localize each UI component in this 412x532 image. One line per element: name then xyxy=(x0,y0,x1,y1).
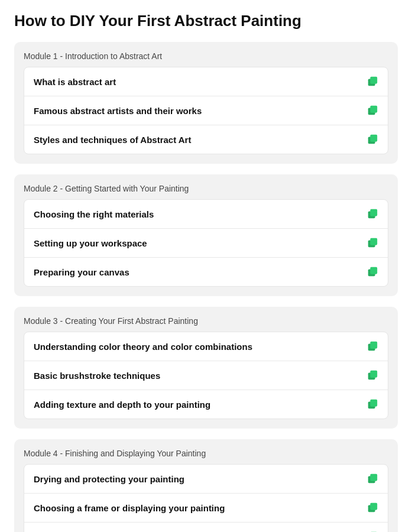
svg-rect-21 xyxy=(370,503,377,510)
copy-icon xyxy=(366,502,378,514)
copy-icon xyxy=(366,340,378,352)
lessons-list-4: Drying and protecting your painting Choo… xyxy=(24,464,388,532)
lesson-item-2-3[interactable]: Preparing your canvas xyxy=(24,258,388,286)
module-section-2: Module 2 - Getting Started with Your Pai… xyxy=(14,174,398,296)
lesson-item-3-1[interactable]: Understanding color theory and color com… xyxy=(24,332,388,361)
lesson-item-1-3[interactable]: Styles and techniques of Abstract Art xyxy=(24,125,388,154)
module-section-3: Module 3 - Creating Your First Abstract … xyxy=(14,307,398,429)
svg-rect-17 xyxy=(370,400,377,407)
lesson-label-3-1: Understanding color theory and color com… xyxy=(34,342,252,352)
copy-icon xyxy=(366,266,378,278)
lesson-item-3-3[interactable]: Adding texture and depth to your paintin… xyxy=(24,390,388,419)
svg-rect-13 xyxy=(370,342,377,349)
lesson-item-2-1[interactable]: Choosing the right materials xyxy=(24,200,388,229)
lesson-label-2-3: Preparing your canvas xyxy=(34,267,129,277)
lesson-label-4-2: Choosing a frame or displaying your pain… xyxy=(34,503,225,513)
lesson-item-1-1[interactable]: What is abstract art xyxy=(24,67,388,96)
lesson-label-1-2: Famous abstract artists and their works xyxy=(34,106,202,116)
module-title-3: Module 3 - Creating Your First Abstract … xyxy=(24,316,388,326)
lesson-label-3-2: Basic brushstroke techniques xyxy=(34,371,160,381)
lesson-item-1-2[interactable]: Famous abstract artists and their works xyxy=(24,96,388,125)
module-title-1: Module 1 - Introduction to Abstract Art xyxy=(24,51,388,61)
copy-icon xyxy=(366,398,378,410)
lesson-item-4-2[interactable]: Choosing a frame or displaying your pain… xyxy=(24,494,388,523)
svg-rect-5 xyxy=(370,135,377,142)
lesson-label-1-1: What is abstract art xyxy=(34,77,116,87)
copy-icon xyxy=(366,76,378,87)
lesson-label-2-1: Choosing the right materials xyxy=(34,209,154,219)
module-title-4: Module 4 - Finishing and Displaying Your… xyxy=(24,449,388,458)
lesson-item-4-3[interactable]: Sharing your creation with others xyxy=(24,523,388,532)
svg-rect-19 xyxy=(370,474,377,481)
svg-rect-7 xyxy=(370,209,377,216)
copy-icon xyxy=(366,237,378,249)
lesson-label-2-2: Setting up your workspace xyxy=(34,238,147,248)
svg-rect-11 xyxy=(370,267,377,274)
copy-icon xyxy=(366,208,378,220)
lesson-label-3-3: Adding texture and depth to your paintin… xyxy=(34,400,210,410)
lesson-item-2-2[interactable]: Setting up your workspace xyxy=(24,229,388,258)
svg-rect-9 xyxy=(370,238,377,245)
lesson-label-4-1: Drying and protecting your painting xyxy=(34,474,184,484)
svg-rect-3 xyxy=(370,106,377,113)
module-section-1: Module 1 - Introduction to Abstract ArtW… xyxy=(14,42,398,164)
lesson-item-4-1[interactable]: Drying and protecting your painting xyxy=(24,465,388,494)
module-title-2: Module 2 - Getting Started with Your Pai… xyxy=(24,184,388,193)
lessons-list-3: Understanding color theory and color com… xyxy=(24,332,388,419)
module-section-4: Module 4 - Finishing and Displaying Your… xyxy=(14,439,398,532)
page-title: How to DIY Your First Abstract Painting xyxy=(14,12,398,30)
svg-rect-15 xyxy=(370,371,377,378)
svg-rect-1 xyxy=(370,77,377,84)
copy-icon xyxy=(366,105,378,116)
lesson-label-1-3: Styles and techniques of Abstract Art xyxy=(34,135,191,145)
lesson-item-3-2[interactable]: Basic brushstroke techniques xyxy=(24,361,388,390)
lessons-list-2: Choosing the right materials Setting up … xyxy=(24,199,388,287)
copy-icon xyxy=(366,369,378,381)
copy-icon xyxy=(366,473,378,485)
modules-container: Module 1 - Introduction to Abstract ArtW… xyxy=(14,42,398,532)
lessons-list-1: What is abstract art Famous abstract art… xyxy=(24,67,388,154)
copy-icon xyxy=(366,134,378,145)
